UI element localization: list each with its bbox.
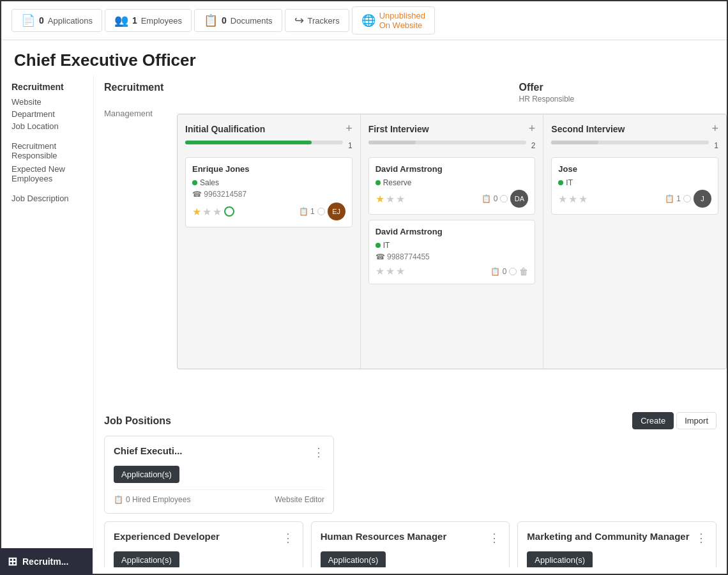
developer-card-header: Experienced Developer ⋮ <box>114 531 294 545</box>
nav-website[interactable]: 🌐 UnpublishedOn Website <box>352 6 435 34</box>
col-first-header: First Interview + <box>368 122 536 135</box>
employees-icon: 👥 <box>114 13 128 27</box>
recruitment-title: Recruitment <box>104 82 302 93</box>
star-2: ★ <box>386 265 395 277</box>
trackers-label: Trackers <box>308 16 340 26</box>
card-enrique-name: Enrique Jones <box>192 164 345 174</box>
sidebar-item-joblocation[interactable]: Job Location <box>11 121 83 131</box>
sidebar-item-expected-employees[interactable]: Expected NewEmployees <box>11 164 83 183</box>
job-cards-grid: Experienced Developer ⋮ Application(s) 📋… <box>104 521 717 567</box>
developer-card-title: Experienced Developer <box>114 531 220 542</box>
star-2: ★ <box>386 193 395 205</box>
nav-trackers[interactable]: ↪ Trackers <box>285 9 349 32</box>
bottom-nav[interactable]: ⊞ Recruitm... <box>0 548 93 575</box>
job-positions-header: Job Positions Create Import <box>104 412 717 429</box>
chief-applications-btn[interactable]: Application(s) <box>114 466 179 483</box>
kanban-col-second: Second Interview + 1 Jose IT <box>543 114 726 369</box>
kanban-col-initial: Initial Qualification + 1 Enrique Jones <box>178 114 361 369</box>
kanban-card-enrique[interactable]: Enrique Jones Sales ☎ 9963214587 ★ ★ ★ <box>185 157 353 227</box>
card-enrique-footer: ★ ★ ★ 📋 1 EJ <box>192 203 345 220</box>
star-3: ★ <box>579 193 588 205</box>
kanban-col-first: First Interview + 2 David Armstrong <box>361 114 544 369</box>
hr-applications-btn[interactable]: Application(s) <box>321 551 386 567</box>
sidebar-item-department[interactable]: Department <box>11 109 83 119</box>
status-dot <box>500 195 508 203</box>
bottom-nav-label: Recruitm... <box>22 556 68 567</box>
chief-card-menu[interactable]: ⋮ <box>313 445 324 459</box>
tag-dot <box>558 180 563 185</box>
star-1: ★ <box>375 265 384 277</box>
create-button[interactable]: Create <box>632 412 674 429</box>
card-david1-meta: 📋 0 DA <box>482 190 528 208</box>
marketing-card-header: Marketing and Community Manager ⋮ <box>527 531 707 545</box>
chief-card-header: Chief Executi... ⋮ <box>114 445 324 459</box>
marketing-card-title: Marketing and Community Manager <box>527 531 689 542</box>
col-first-count: 2 <box>531 141 536 150</box>
job-card-marketing: Marketing and Community Manager ⋮ Applic… <box>517 521 717 567</box>
sidebar-item-website[interactable]: Website <box>11 97 83 107</box>
star-3: ★ <box>396 265 405 277</box>
kanban-card-david2[interactable]: David Armstrong IT ☎ 9988774455 ★ ★ ★ <box>368 220 536 284</box>
card-enrique-tag: Sales <box>192 178 219 187</box>
chief-card-title: Chief Executi... <box>114 445 183 456</box>
sidebar-item-recruitment-responsible[interactable]: RecruitmentResponsible <box>11 141 83 160</box>
developer-applications-btn[interactable]: Application(s) <box>114 551 179 567</box>
kanban-board: Initial Qualification + 1 Enrique Jones <box>177 114 727 369</box>
job-positions-title: Job Positions <box>104 415 171 427</box>
card-david1-footer: ★ ★ ★ 📋 0 DA <box>375 190 529 208</box>
marketing-card-menu[interactable]: ⋮ <box>695 531 707 545</box>
kanban-card-david1[interactable]: David Armstrong Reserve ★ ★ ★ <box>368 157 536 215</box>
documents-icon: 📋 <box>204 13 218 27</box>
top-navigation: 📄 0 Applications 👥 1 Employees 📋 0 Docum… <box>1 1 727 40</box>
developer-card-menu[interactable]: ⋮ <box>282 531 294 545</box>
status-dot <box>509 268 517 275</box>
card-david1-tag: Reserve <box>375 178 412 187</box>
col-initial-count: 1 <box>348 141 353 150</box>
placeholder-icon: 🗑 <box>519 266 528 277</box>
hired-icon: 📋 <box>114 495 123 504</box>
star-3: ★ <box>396 193 405 205</box>
col-initial-title: Initial Qualification <box>185 124 265 134</box>
offer-section: Offer HR Responsible <box>506 82 717 103</box>
doc-icon: 📋 1 <box>299 207 315 216</box>
import-button[interactable]: Import <box>676 412 717 429</box>
applications-label: Applications <box>48 16 93 26</box>
marketing-applications-btn[interactable]: Application(s) <box>527 551 593 567</box>
nav-employees[interactable]: 👥 1 Employees <box>105 9 192 32</box>
sidebar-recruitment-title: Recruitment <box>11 82 83 92</box>
card-david2-stars: ★ ★ ★ <box>375 265 405 277</box>
website-icon: 🌐 <box>361 13 375 27</box>
tag-dot <box>375 180 381 185</box>
grid-icon: ⊞ <box>8 555 17 569</box>
card-enrique-phone: ☎ 9963214587 <box>192 190 345 199</box>
col-second-title: Second Interview <box>551 124 625 134</box>
nav-applications[interactable]: 📄 0 Applications <box>11 9 102 32</box>
doc-icon: 📋 0 <box>490 267 506 276</box>
tag-dot <box>192 180 197 185</box>
chief-hired-count: 📋 0 Hired Employees <box>114 495 190 504</box>
sidebar-description-section: Job Description <box>11 194 83 203</box>
card-jose-footer: ★ ★ ★ 📋 1 J <box>558 190 711 208</box>
col-initial-add[interactable]: + <box>345 122 353 135</box>
card-david2-footer: ★ ★ ★ 📋 0 🗑 <box>375 265 529 277</box>
document-icon: 📄 <box>21 13 35 27</box>
hr-card-menu[interactable]: ⋮ <box>489 531 500 545</box>
col-first-add[interactable]: + <box>529 122 536 135</box>
col-second-header: Second Interview + <box>551 122 718 135</box>
star-1: ★ <box>192 206 201 218</box>
trackers-icon: ↪ <box>294 13 304 27</box>
recruitment-section: Recruitment <box>104 82 302 96</box>
nav-documents[interactable]: 📋 0 Documents <box>194 9 282 32</box>
doc-icon: 📋 1 <box>665 194 681 203</box>
main-content: Recruitment Offer HR Responsible Managem… <box>94 75 727 567</box>
card-enrique-avatar: EJ <box>328 203 345 220</box>
kanban-card-jose[interactable]: Jose IT ★ ★ ★ <box>551 157 718 215</box>
circle-icon <box>224 206 234 217</box>
sidebar-responsible-section: RecruitmentResponsible Expected NewEmplo… <box>11 141 83 183</box>
card-jose-meta: 📋 1 J <box>665 190 711 208</box>
sidebar-item-job-description[interactable]: Job Description <box>11 194 83 203</box>
page-title: Chief Executive Officer <box>14 50 714 70</box>
star-2: ★ <box>202 206 211 218</box>
col-second-add[interactable]: + <box>712 122 719 135</box>
job-card-developer: Experienced Developer ⋮ Application(s) 📋… <box>104 521 303 567</box>
